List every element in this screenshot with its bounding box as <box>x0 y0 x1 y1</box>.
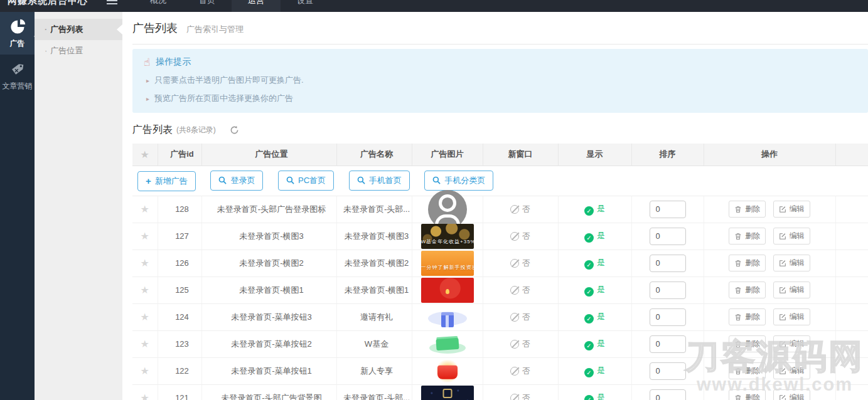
edit-label: 编辑 <box>790 204 805 214</box>
delete-button[interactable]: 删除 <box>729 308 766 325</box>
topnav-item-4[interactable]: 设置 <box>281 0 330 12</box>
no-circle-slash-icon <box>510 259 519 268</box>
ad-position: 未登录首页-菜单按钮3 <box>231 312 312 322</box>
new-window-value: 否 <box>522 204 530 214</box>
edit-button[interactable]: 编辑 <box>773 282 810 298</box>
sort-input[interactable] <box>650 201 686 218</box>
new-window-value: 否 <box>522 312 530 322</box>
favorite-star-icon[interactable]: ★ <box>141 258 149 268</box>
delete-button[interactable]: 删除 <box>729 201 766 218</box>
favorite-star-icon[interactable]: ★ <box>141 231 149 241</box>
filter-pc-home-button[interactable]: PC首页 <box>278 171 334 191</box>
show-value: 是 <box>597 312 605 321</box>
trash-icon <box>734 340 742 348</box>
ad-image-thumbnail[interactable] <box>421 197 474 222</box>
favorite-star-icon[interactable]: ★ <box>141 392 149 400</box>
topnav-item-2[interactable]: 首页 <box>183 0 232 12</box>
edit-button[interactable]: 编辑 <box>773 362 810 379</box>
delete-button[interactable]: 删除 <box>729 362 766 379</box>
ad-image-thumbnail[interactable]: 安全 简单 创新 <box>421 386 474 400</box>
ad-image-thumbnail[interactable] <box>421 305 474 330</box>
delete-button[interactable]: 删除 <box>729 282 766 298</box>
pie-chart-icon <box>9 19 26 35</box>
ad-image-thumbnail[interactable] <box>421 332 474 357</box>
add-ad-button[interactable]: + 新增广告 <box>137 171 196 191</box>
ad-image-thumbnail[interactable] <box>421 359 474 384</box>
sort-input[interactable] <box>650 308 686 326</box>
edit-button[interactable]: 编辑 <box>773 255 810 271</box>
ad-id: 121 <box>175 393 189 400</box>
sort-input[interactable] <box>650 362 686 380</box>
list-title: 广告列表 <box>132 124 173 137</box>
favorite-star-icon[interactable]: ★ <box>141 204 149 214</box>
ad-position: 未登录首页-横图2 <box>239 258 304 268</box>
delete-button[interactable]: 删除 <box>729 228 766 245</box>
main-content: 广告列表 广告索引与管理 ☝ 操作提示 ▸只需要点击半透明广告图片即可更换广告.… <box>122 12 868 400</box>
refresh-icon[interactable] <box>230 125 239 135</box>
tip-item: ▸预览广告所在页面中选择更换你的广告 <box>144 93 857 104</box>
edit-button[interactable]: 编辑 <box>773 308 810 325</box>
header-actions: 操作 <box>704 144 835 166</box>
ad-image-caption: W基金年化收益+35% <box>421 238 474 245</box>
delete-label: 删除 <box>745 204 760 214</box>
ad-name: 未登录首页-头部... <box>343 204 410 214</box>
search-icon <box>286 176 294 184</box>
ad-id: 127 <box>175 231 189 241</box>
ad-name: 新人专享 <box>360 366 393 376</box>
show-value: 是 <box>597 258 605 267</box>
tip-text: 预览广告所在页面中选择更换你的广告 <box>154 93 293 103</box>
sort-input[interactable] <box>650 255 686 272</box>
ad-name: W基金 <box>365 339 388 349</box>
sort-input[interactable] <box>650 228 686 245</box>
delete-button[interactable]: 删除 <box>729 335 766 352</box>
show-value: 是 <box>597 366 605 375</box>
header-show: 显示 <box>558 144 631 166</box>
trash-icon <box>734 260 742 267</box>
edit-button[interactable]: 编辑 <box>773 389 810 400</box>
filter-mobile-category-button[interactable]: 手机分类页 <box>424 171 493 191</box>
sort-input[interactable] <box>650 282 686 299</box>
no-circle-slash-icon <box>510 286 519 295</box>
ad-position: 未登录首页-头部广告背景图 <box>221 393 321 400</box>
edit-button[interactable]: 编辑 <box>773 228 810 245</box>
no-circle-slash-icon <box>510 394 519 400</box>
ad-image-thumbnail[interactable]: 一分钟了解新手投资攻略 <box>421 251 474 276</box>
show-value: 是 <box>597 339 605 348</box>
ad-id: 125 <box>175 285 189 295</box>
sort-input[interactable] <box>650 335 686 353</box>
sidebar-module-article-marketing[interactable]: 文章营销 <box>0 55 35 97</box>
topnav-item-1[interactable]: 概况 <box>134 0 183 12</box>
edit-pencil-icon <box>779 313 786 321</box>
edit-button[interactable]: 编辑 <box>773 335 810 352</box>
sort-input[interactable] <box>650 389 686 400</box>
show-value: 是 <box>597 231 605 240</box>
delete-label: 删除 <box>745 392 760 400</box>
filter-login-page-button[interactable]: 登录页 <box>210 171 263 191</box>
favorite-star-icon[interactable]: ★ <box>141 312 149 322</box>
delete-label: 删除 <box>745 339 760 349</box>
edit-button[interactable]: 编辑 <box>773 201 810 218</box>
check-circle-icon: ✓ <box>584 287 594 297</box>
edit-pencil-icon <box>779 340 786 348</box>
edit-pencil-icon <box>779 260 786 267</box>
favorite-star-icon[interactable]: ★ <box>141 366 149 376</box>
sidebar-item-ad-list[interactable]: ·广告列表 <box>35 19 122 40</box>
check-circle-icon: ✓ <box>584 260 594 270</box>
delete-button[interactable]: 删除 <box>729 255 766 271</box>
trash-icon <box>734 287 742 294</box>
edit-label: 编辑 <box>790 392 805 400</box>
topnav-item-3[interactable]: 运营 <box>232 0 281 12</box>
favorite-star-icon[interactable]: ★ <box>141 339 149 349</box>
divider <box>132 44 868 45</box>
filter-mobile-home-button[interactable]: 手机首页 <box>349 171 410 191</box>
ad-position: 未登录首页-头部广告登录图标 <box>217 204 326 214</box>
filter-label: 登录页 <box>230 175 255 186</box>
delete-button[interactable]: 删除 <box>729 389 766 400</box>
ad-image-thumbnail[interactable] <box>421 278 474 303</box>
ad-image-thumbnail[interactable]: W基金年化收益+35% <box>421 224 474 249</box>
menu-toggle-icon[interactable] <box>107 0 117 4</box>
ad-id: 122 <box>175 366 189 376</box>
sidebar-item-ad-position[interactable]: ·广告位置 <box>35 40 122 61</box>
app-logo: 网赚系统后台中心 <box>0 0 88 7</box>
favorite-star-icon[interactable]: ★ <box>141 285 149 295</box>
